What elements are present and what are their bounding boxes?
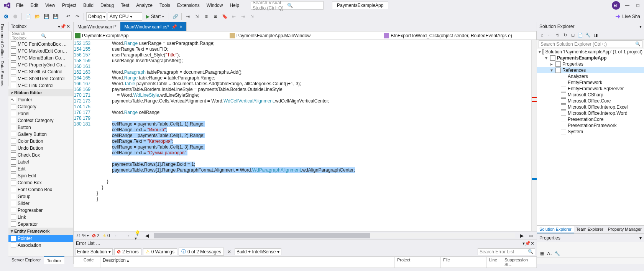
tab-mainwindow-xaml-cs[interactable]: MainWindow.xaml.cs* 📌 ✕ [120, 22, 187, 31]
user-avatar[interactable]: ЕГ [612, 1, 620, 10]
toolbox-item[interactable]: MFC FontComboBox … [8, 41, 73, 48]
back-icon[interactable]: ← [546, 31, 553, 38]
el-header-line[interactable]: Line [487, 257, 502, 268]
solution-platform-combo[interactable]: Any CPU▾ [108, 12, 142, 21]
maximize-button[interactable]: □ [634, 2, 642, 9]
split-icon[interactable]: ▭ [527, 232, 534, 240]
undo-icon[interactable]: ↶ [64, 13, 72, 20]
clear-filter-icon[interactable]: ✕ [225, 248, 233, 256]
menu-tools[interactable]: Tools [156, 1, 173, 10]
redo-icon[interactable]: ↷ [74, 13, 81, 20]
errors-filter[interactable]: ⊘2 Errors [114, 248, 141, 255]
team-explorer-tab[interactable]: Team Explorer [574, 226, 606, 233]
step-over-icon[interactable]: ⇲ [193, 13, 201, 20]
close-icon[interactable]: ✕ [66, 24, 71, 29]
alphabetical-icon[interactable]: A↓ [546, 250, 553, 257]
toolbox-item[interactable]: Edit [8, 165, 73, 172]
close-icon[interactable]: ✕ [531, 241, 534, 246]
menu-test[interactable]: Test [118, 1, 132, 10]
menu-build[interactable]: Build [80, 1, 97, 10]
toolbox-item[interactable]: Association [8, 242, 73, 249]
tree-item[interactable]: PresentationFramework [537, 122, 644, 129]
data-sources-tab[interactable]: Data Sources [0, 59, 8, 86]
t2-icon[interactable]: ⇥ [239, 13, 247, 20]
type-nav-combo[interactable]: PaymentsExampleApp.MainWindow [228, 31, 383, 40]
messages-filter[interactable]: ⓘ0 of 2 Messages [179, 248, 224, 256]
tree-item[interactable]: Microsoft.CSharp [537, 92, 644, 98]
tree-item[interactable]: EntityFramework [537, 79, 644, 86]
property-manager-tab[interactable]: Property Manager [606, 226, 644, 233]
toolbox-tab[interactable]: Toolbox [44, 256, 64, 264]
save-all-icon[interactable]: 💾 [52, 13, 59, 20]
zoom-combo[interactable]: 71 %▾ [76, 233, 89, 238]
el-header-suppression[interactable]: Suppression St… [502, 257, 537, 268]
toolbox-item[interactable]: ↖Pointer [8, 235, 73, 242]
toolbox-item[interactable]: MFC MenuButton Co… [8, 55, 73, 61]
toolbox-item[interactable]: Panel [8, 110, 73, 117]
tree-item[interactable]: Microsoft.Office.Interop.Excel [537, 104, 644, 110]
el-header-file[interactable]: File [441, 257, 487, 268]
el-header-description[interactable]: Description ▴ [100, 257, 395, 268]
solution-config-combo[interactable]: Debug▾ [86, 12, 106, 21]
expand-icon[interactable]: ▾ [544, 55, 549, 61]
menu-view[interactable]: View [42, 1, 58, 10]
properties-icon[interactable]: 🔧 [585, 31, 591, 38]
toolbox-item[interactable]: Progressbar [8, 207, 73, 214]
toolbox-item[interactable]: Category [8, 103, 73, 110]
t3-icon[interactable]: ⇲ [248, 13, 256, 20]
toolbox-item[interactable]: Link [8, 214, 73, 221]
tree-item[interactable]: ▾Solution 'PaymentsExampleApp' (1 of 1 p… [537, 49, 644, 55]
tree-item[interactable]: EntityFramework.SqlServer [537, 86, 644, 92]
open-file-icon[interactable]: 📂 [33, 13, 41, 20]
toolbox-item[interactable]: MFC Link Control [8, 82, 73, 89]
menu-analyze[interactable]: Analyze [133, 1, 156, 10]
browser-link-icon[interactable]: 🔗 [171, 13, 179, 20]
project-nav-combo[interactable]: PaymentsExampleApp [74, 31, 228, 40]
toolbox-item[interactable]: ↖Pointer [8, 96, 73, 103]
code-content[interactable]: Word.Range userRange = userParagrapth.Ra… [94, 40, 531, 231]
build-intellisense-combo[interactable]: Build + IntelliSense▾ [235, 248, 281, 255]
menu-edit[interactable]: Edit [27, 1, 41, 10]
expand-icon[interactable]: ▸ [549, 61, 554, 67]
menu-help[interactable]: Help [227, 1, 242, 10]
pin-icon[interactable]: 📌 [171, 24, 177, 30]
document-outline-tab[interactable]: Document Outline [0, 22, 8, 58]
menu-file[interactable]: File [13, 1, 26, 10]
tree-item[interactable]: System [537, 129, 644, 135]
toolbox-item[interactable]: MFC MaskedEdit Con… [8, 48, 73, 55]
uncomment-icon[interactable]: ≢ [212, 13, 219, 20]
toolbox-item[interactable]: Font Combo Box [8, 186, 73, 193]
toolbox-item[interactable]: Check Box [8, 152, 73, 159]
toolbox-item[interactable]: MFC ShellTree Control [8, 75, 73, 82]
el-header-icon[interactable] [74, 257, 81, 268]
toolbox-item[interactable]: MFC ShellList Control [8, 68, 73, 75]
toolbox-item[interactable]: Separator [8, 221, 73, 228]
expand-icon[interactable]: ▾ [539, 49, 541, 55]
dropdown-icon[interactable]: ▾ [639, 24, 642, 29]
categorized-icon[interactable]: ▦ [539, 250, 545, 257]
lightbulb-icon[interactable]: 💡▾ [135, 232, 142, 240]
menu-window[interactable]: Window [204, 1, 226, 10]
server-explorer-tab[interactable]: Server Explorer [8, 256, 44, 264]
menu-project[interactable]: Project [59, 1, 79, 10]
tree-item[interactable]: Microsoft.Office.Interop.Word [537, 110, 644, 116]
toolbox-item[interactable]: Label [8, 159, 73, 165]
tree-item[interactable]: PresentationCore [537, 116, 644, 122]
expand-icon[interactable]: ▾ [549, 68, 554, 73]
tab-mainwindow-xaml[interactable]: MainWindow.xaml* [74, 22, 120, 31]
toolbox-item[interactable]: MFC PropertyGrid Co… [8, 61, 73, 68]
toolbox-item[interactable]: Button [8, 124, 73, 131]
error-scope-combo[interactable]: Entire Solution▾ [75, 248, 113, 255]
toolbox-category[interactable]: ▿ Ribbon Editor [8, 89, 73, 96]
quick-launch-search[interactable]: Search Visual Studio (Ctrl+Q) 🔍 [251, 1, 324, 10]
bookmark-icon[interactable]: 🔖 [221, 13, 228, 20]
live-share-button[interactable]: Live Sha [615, 14, 642, 19]
horizontal-scrollbar[interactable]: ◀▶ [145, 233, 524, 238]
save-icon[interactable]: 💾 [43, 13, 50, 20]
comment-icon[interactable]: ≡ [202, 13, 210, 20]
toolbox-item[interactable]: Context Category [8, 117, 73, 124]
step-into-icon[interactable]: ⇥ [184, 13, 192, 20]
toolbox-item[interactable]: Color Button [8, 138, 73, 145]
close-tab-icon[interactable]: ✕ [179, 25, 182, 29]
nav-back-icon[interactable] [2, 13, 10, 20]
